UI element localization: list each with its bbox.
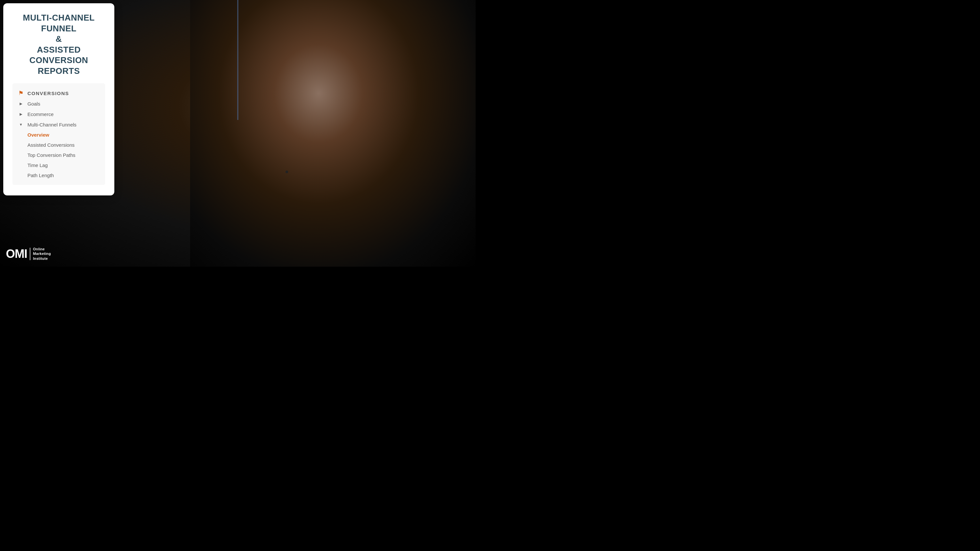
- flag-icon: ⚑: [18, 90, 24, 96]
- omi-logo: OMI Online Marketing Institute: [6, 247, 51, 261]
- content-card: MULTI-CHANNEL FUNNEL & ASSISTED CONVERSI…: [3, 3, 115, 196]
- omi-text-line2: Marketing: [33, 251, 51, 256]
- title-line3: ASSISTED CONVERSION: [29, 45, 88, 65]
- title-line4: REPORTS: [38, 66, 80, 76]
- path-length-label: Path Length: [27, 172, 54, 178]
- nav-item-multi-channel[interactable]: ▼ Multi-Channel Funnels: [13, 119, 105, 130]
- title-line1: MULTI-CHANNEL FUNNEL: [23, 13, 95, 33]
- arrow-right-icon: ▶: [18, 100, 24, 107]
- nav-sub-item-top-conversion-paths[interactable]: Top Conversion Paths: [13, 150, 105, 160]
- nav-item-conversions[interactable]: ⚑ CONVERSIONS: [13, 88, 105, 99]
- ecommerce-label: Ecommerce: [27, 111, 54, 117]
- conversions-label: CONVERSIONS: [27, 91, 69, 96]
- nav-item-goals[interactable]: ▶ Goals: [13, 99, 105, 109]
- omi-text-line3: Institute: [33, 256, 51, 261]
- nav-item-ecommerce[interactable]: ▶ Ecommerce: [13, 109, 105, 119]
- nav-sub-item-path-length[interactable]: Path Length: [13, 170, 105, 180]
- logo-divider: [30, 248, 30, 260]
- decorative-line: [237, 0, 239, 120]
- nav-sub-item-assisted-conversions[interactable]: Assisted Conversions: [13, 140, 105, 150]
- microphone-dot: [285, 170, 288, 173]
- goals-label: Goals: [27, 101, 40, 107]
- person-silhouette: [190, 0, 476, 267]
- arrow-down-icon: ▼: [18, 121, 24, 128]
- title-line2: &: [56, 34, 62, 44]
- top-conversion-paths-label: Top Conversion Paths: [27, 152, 75, 158]
- nav-menu: ⚑ CONVERSIONS ▶ Goals ▶ Ecommerce ▼ Mult…: [13, 83, 105, 185]
- multi-channel-label: Multi-Channel Funnels: [27, 122, 76, 127]
- arrow-right-ecommerce-icon: ▶: [18, 111, 24, 117]
- omi-text-line1: Online: [33, 247, 51, 251]
- time-lag-label: Time Lag: [27, 162, 48, 168]
- card-title: MULTI-CHANNEL FUNNEL & ASSISTED CONVERSI…: [13, 13, 105, 76]
- overview-label: Overview: [27, 132, 49, 138]
- omi-text-block: Online Marketing Institute: [33, 247, 51, 261]
- omi-letters: OMI: [6, 248, 27, 260]
- nav-sub-item-time-lag[interactable]: Time Lag: [13, 160, 105, 170]
- nav-sub-item-overview[interactable]: Overview: [13, 130, 105, 140]
- assisted-conversions-label: Assisted Conversions: [27, 142, 75, 148]
